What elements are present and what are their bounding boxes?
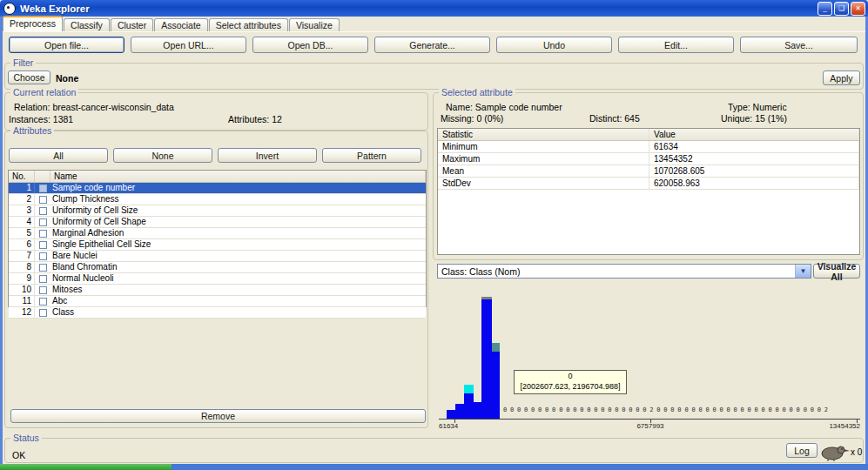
pattern-button[interactable]: Pattern xyxy=(322,148,421,163)
tab-visualize[interactable]: Visualize xyxy=(289,18,340,31)
attribute-row[interactable]: 12 Class xyxy=(9,307,426,319)
select-none-button[interactable]: None xyxy=(113,148,212,163)
remove-button[interactable]: Remove xyxy=(10,409,426,423)
invert-selection-button[interactable]: Invert xyxy=(218,148,317,163)
generate-button[interactable]: Generate... xyxy=(374,37,490,53)
tab-strip: Preprocess Classify Cluster Associate Se… xyxy=(3,17,865,31)
choose-filter-button[interactable]: Choose xyxy=(8,70,50,84)
attribute-row[interactable]: 6 Single Epithelial Cell Size xyxy=(9,239,426,251)
attr-name-label: Name: xyxy=(446,102,473,112)
weka-app-icon xyxy=(3,3,16,15)
weka-bird-icon xyxy=(818,442,851,461)
open-db-button[interactable]: Open DB... xyxy=(252,37,368,53)
histogram-tooltip: 0 [2002607.623, 2196704.988] xyxy=(514,370,627,394)
attr-unique-value: 15 (1%) xyxy=(755,113,787,124)
attribute-list: No. Name 1 Sample code number 2 Clump Th… xyxy=(8,170,427,307)
attr-distinct-text: Distinct: 645 xyxy=(589,113,640,124)
chevron-down-icon[interactable]: ▼ xyxy=(795,265,811,278)
tab-associate[interactable]: Associate xyxy=(154,18,208,31)
attributes-group-title: Attributes xyxy=(10,125,54,136)
histogram-bar xyxy=(455,404,464,419)
attribute-row[interactable]: 9 Normal Nucleoli xyxy=(9,273,426,285)
window-frame-left xyxy=(0,17,3,464)
attribute-row[interactable]: 11 Abc xyxy=(9,296,426,307)
header-no: No. xyxy=(9,171,35,182)
statistic-row: Maximum 13454352 xyxy=(438,153,859,165)
window-title: Weka Explorer xyxy=(20,3,90,14)
start-button[interactable] xyxy=(0,464,172,470)
attribute-checkbox[interactable] xyxy=(39,309,47,317)
restore-button-icon[interactable]: ❏ xyxy=(834,2,849,16)
attribute-row[interactable]: 5 Marginal Adhesion xyxy=(9,228,426,239)
log-button[interactable]: Log xyxy=(786,443,818,458)
open-file-button[interactable]: Open file... xyxy=(9,37,124,53)
histogram-bar xyxy=(492,343,500,419)
attribute-checkbox[interactable] xyxy=(39,264,47,272)
x-axis-line xyxy=(439,419,860,420)
header-checkbox-col xyxy=(35,171,50,182)
class-select-combobox[interactable]: Class: Class (Nom) ▼ xyxy=(437,264,811,279)
attribute-row[interactable]: 8 Bland Chromatin xyxy=(9,262,426,273)
attr-distinct-label: Distinct: xyxy=(589,113,622,124)
apply-filter-button[interactable]: Apply xyxy=(823,70,860,85)
open-url-button[interactable]: Open URL... xyxy=(131,37,246,53)
status-group-title: Status xyxy=(10,433,42,443)
attribute-row[interactable]: 7 Bare Nuclei xyxy=(9,251,426,262)
edit-button[interactable]: Edit... xyxy=(618,37,734,53)
instances-value: 1381 xyxy=(53,114,73,124)
close-button-icon[interactable]: ✕ xyxy=(851,2,865,16)
statistics-table: Statistic Value Minimum 61634 Maximum 13… xyxy=(437,128,860,255)
attr-name-value: Sample code number xyxy=(475,102,562,112)
tab-preprocess[interactable]: Preprocess xyxy=(3,16,63,31)
window-titlebar[interactable]: Weka Explorer _ ❏ ✕ xyxy=(0,0,868,17)
attr-missing-value: 0 (0%) xyxy=(476,113,503,124)
attribute-checkbox[interactable] xyxy=(39,207,47,215)
attr-distinct-value: 645 xyxy=(624,113,640,124)
attr-type-label: Type: xyxy=(728,102,750,112)
tab-select-attributes[interactable]: Select attributes xyxy=(209,18,288,31)
instances-text: Instances: 1381 xyxy=(9,114,73,124)
tab-classify[interactable]: Classify xyxy=(64,18,110,31)
attribute-row[interactable]: 1 Sample code number xyxy=(9,183,426,194)
attribute-checkbox[interactable] xyxy=(39,275,47,283)
attributes-count-text: Attributes: 12 xyxy=(228,114,282,124)
attribute-checkbox[interactable] xyxy=(39,241,47,249)
attribute-checkbox[interactable] xyxy=(39,230,47,238)
relation-value: breast-cancer-wisconsin_data xyxy=(52,102,173,112)
attribute-checkbox[interactable] xyxy=(39,196,47,204)
x-axis-label-max: 13454352 xyxy=(820,422,860,430)
attribute-row[interactable]: 10 Mitoses xyxy=(9,285,426,296)
status-group: Status xyxy=(4,438,864,463)
attr-missing-text: Missing: 0 (0%) xyxy=(441,113,503,124)
attribute-row[interactable]: 4 Uniformity of Cell Shape xyxy=(9,217,426,228)
attribute-row[interactable]: 3 Uniformity of Cell Size xyxy=(9,205,426,217)
value-header: Value xyxy=(649,129,859,140)
attribute-checkbox[interactable] xyxy=(39,185,47,192)
tooltip-count: 0 xyxy=(515,371,626,381)
attribute-checkbox[interactable] xyxy=(39,252,47,260)
attr-unique-label: Unique: xyxy=(721,113,752,124)
filter-value: None xyxy=(56,73,78,84)
attribute-checkbox[interactable] xyxy=(39,286,47,294)
attribute-checkbox[interactable] xyxy=(39,298,47,306)
select-all-button[interactable]: All xyxy=(9,148,108,163)
visualize-all-button[interactable]: Visualize All xyxy=(813,264,860,279)
attributes-count-label: Attributes: xyxy=(228,114,269,124)
class-combo-value: Class: Class (Nom) xyxy=(438,266,795,277)
bin-count-labels: 0000000000000000000000200000000000000000… xyxy=(496,406,831,413)
minimize-button-icon[interactable]: _ xyxy=(818,2,832,16)
taskbar[interactable] xyxy=(0,464,868,470)
header-name: Name xyxy=(50,171,426,182)
current-relation-title: Current relation xyxy=(10,87,78,97)
weka-explorer-window: Weka Explorer _ ❏ ✕ Preprocess Classify … xyxy=(0,0,868,470)
attribute-row[interactable]: 2 Clump Thickness xyxy=(9,194,426,205)
statistics-header-row: Statistic Value xyxy=(438,129,859,141)
histogram-bar xyxy=(474,402,481,419)
undo-button[interactable]: Undo xyxy=(496,37,612,53)
x-axis-label-mid: 6757993 xyxy=(624,422,676,430)
save-button[interactable]: Save... xyxy=(740,37,858,53)
attribute-checkbox[interactable] xyxy=(39,218,47,226)
instances-label: Instances: xyxy=(9,114,50,124)
tab-cluster[interactable]: Cluster xyxy=(111,18,153,31)
attribute-list-header: No. Name xyxy=(9,171,426,183)
